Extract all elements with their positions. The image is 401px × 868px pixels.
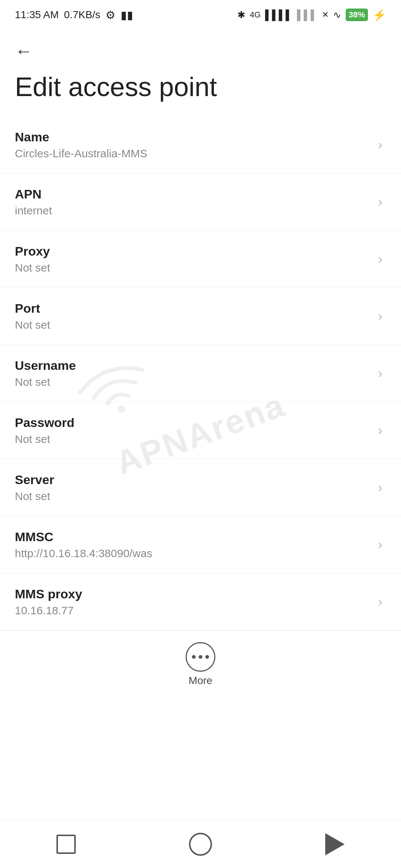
chevron-right-icon: ›: [378, 194, 382, 210]
settings-item-content: MMSChttp://10.16.18.4:38090/was: [15, 530, 152, 560]
settings-item-content: APNinternet: [15, 187, 52, 217]
settings-list: NameCircles-Life-Australia-MMS›APNintern…: [0, 116, 401, 631]
page-title: Edit access point: [0, 65, 401, 116]
settings-item-port[interactable]: PortNot set›: [0, 288, 401, 345]
status-left: 11:35 AM 0.7KB/s ⚙ ▮▮: [15, 9, 133, 22]
settings-item-value: Circles-Life-Australia-MMS: [15, 147, 147, 160]
recent-apps-button[interactable]: [56, 835, 76, 854]
settings-item-label: Name: [15, 130, 147, 144]
settings-item-label: Username: [15, 358, 76, 373]
more-dot-2: [199, 655, 202, 659]
settings-item-value: Not set: [15, 319, 50, 331]
back-button[interactable]: ←: [0, 30, 401, 65]
status-bar: 11:35 AM 0.7KB/s ⚙ ▮▮ ✱ 4G ▌▌▌▌ ▌▌▌ ✕ ∿ …: [0, 0, 401, 30]
settings-item-username[interactable]: UsernameNot set›: [0, 345, 401, 402]
home-icon: [189, 833, 212, 856]
recent-apps-icon: [56, 835, 76, 854]
time-display: 11:35 AM: [15, 9, 59, 21]
chevron-right-icon: ›: [378, 366, 382, 381]
settings-item-server[interactable]: ServerNot set›: [0, 459, 401, 516]
settings-item-content: UsernameNot set: [15, 358, 76, 388]
settings-item-content: ServerNot set: [15, 473, 54, 503]
content-area: ← Edit access point NameCircles-Life-Aus…: [0, 30, 401, 820]
chevron-right-icon: ›: [378, 537, 382, 553]
more-dot-1: [192, 655, 196, 659]
more-button[interactable]: More: [186, 642, 215, 687]
settings-item-value: 10.16.18.77: [15, 604, 82, 617]
speed-display: 0.7KB/s: [64, 9, 100, 21]
settings-item-value: Not set: [15, 433, 75, 445]
settings-item-password[interactable]: PasswordNot set›: [0, 402, 401, 459]
chevron-right-icon: ›: [378, 137, 382, 153]
chevron-right-icon: ›: [378, 480, 382, 496]
back-arrow-icon[interactable]: ←: [15, 41, 33, 61]
settings-item-proxy[interactable]: ProxyNot set›: [0, 231, 401, 288]
settings-item-value: Not set: [15, 376, 76, 388]
settings-item-content: MMS proxy10.16.18.77: [15, 587, 82, 617]
more-icon: [186, 642, 215, 672]
settings-item-value: Not set: [15, 490, 54, 503]
status-right: ✱ 4G ▌▌▌▌ ▌▌▌ ✕ ∿ 38 % ⚡: [237, 9, 386, 22]
back-nav-button[interactable]: [325, 833, 345, 855]
settings-item-value: http://10.16.18.4:38090/was: [15, 547, 152, 560]
battery-indicator: 38 %: [346, 9, 368, 21]
nav-bar: [0, 820, 401, 868]
chevron-right-icon: ›: [378, 251, 382, 267]
home-button[interactable]: [189, 833, 212, 856]
chevron-right-icon: ›: [378, 309, 382, 324]
back-nav-icon: [325, 833, 345, 855]
more-dot-3: [205, 655, 209, 659]
settings-item-value: Not set: [15, 262, 50, 274]
signal-bars2-icon: ▌▌▌: [297, 9, 317, 21]
wifi-icon: ∿: [333, 9, 341, 21]
signal-4g-icon: 4G: [250, 10, 261, 20]
settings-item-label: Proxy: [15, 244, 50, 259]
settings-item-name[interactable]: NameCircles-Life-Australia-MMS›: [0, 116, 401, 174]
settings-item-label: MMSC: [15, 530, 152, 544]
chevron-right-icon: ›: [378, 423, 382, 438]
settings-item-content: ProxyNot set: [15, 244, 50, 274]
settings-item-label: Password: [15, 415, 75, 430]
settings-item-mmsc[interactable]: MMSChttp://10.16.18.4:38090/was›: [0, 516, 401, 573]
bluetooth-icon: ✱: [237, 9, 245, 21]
settings-item-content: NameCircles-Life-Australia-MMS: [15, 130, 147, 160]
settings-item-label: Server: [15, 473, 54, 487]
video-icon: ▮▮: [121, 9, 133, 22]
settings-item-label: Port: [15, 301, 50, 316]
more-section: More: [0, 631, 401, 698]
chevron-right-icon: ›: [378, 594, 382, 610]
settings-item-label: MMS proxy: [15, 587, 82, 601]
no-signal-icon: ✕: [322, 10, 329, 20]
signal-bars-icon: ▌▌▌▌: [265, 9, 293, 21]
settings-item-mms-proxy[interactable]: MMS proxy10.16.18.77›: [0, 573, 401, 631]
settings-item-content: PortNot set: [15, 301, 50, 331]
settings-icon: ⚙: [105, 9, 115, 22]
settings-item-label: APN: [15, 187, 52, 201]
settings-item-apn[interactable]: APNinternet›: [0, 174, 401, 231]
charging-icon: ⚡: [372, 9, 386, 22]
settings-item-content: PasswordNot set: [15, 415, 75, 445]
settings-item-value: internet: [15, 204, 52, 217]
more-label: More: [189, 675, 212, 687]
